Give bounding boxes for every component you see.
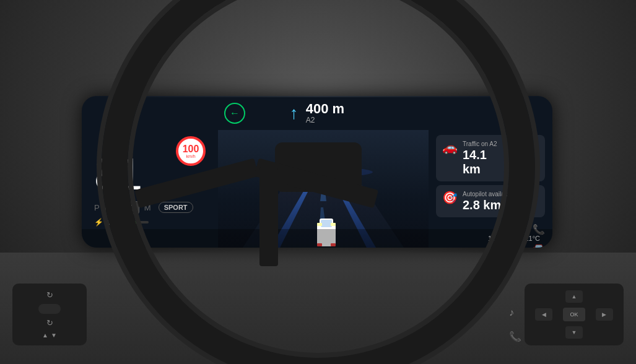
dpad-left[interactable]: ◀: [535, 308, 552, 321]
music-icon: ♪: [509, 307, 521, 318]
mode-p[interactable]: P: [94, 203, 100, 212]
up-arrow[interactable]: ▲: [42, 332, 48, 339]
left-ctrl-icon1[interactable]: ↻: [46, 290, 53, 300]
left-ctrl-icon2[interactable]: ↻: [46, 318, 53, 327]
temperature: 21°C: [525, 235, 540, 242]
right-icon-column: ♪ 📞: [509, 307, 521, 342]
dashboard: ↻ ↻ ▲ ▼ ▲ ◀ OK ▶ ▼ ♪ 📞: [0, 0, 636, 364]
dpad-down[interactable]: ▼: [565, 326, 583, 339]
left-controls-panel[interactable]: ↻ ↻ ▲ ▼: [12, 284, 87, 345]
down-arrow[interactable]: ▼: [51, 332, 57, 339]
phone-small-icon: 📞: [509, 331, 521, 342]
right-controls-panel[interactable]: ▲ ◀ OK ▶ ▼: [525, 284, 624, 345]
battery-icon: ⚡: [94, 218, 103, 227]
left-ctrl-nav: ▲ ▼: [42, 332, 57, 339]
dpad-right[interactable]: ▶: [596, 308, 613, 321]
spoke-left: [134, 158, 258, 209]
left-ctrl-rocker[interactable]: [38, 304, 61, 314]
spoke-bottom: [259, 167, 278, 266]
steering-wheel: [102, 0, 535, 364]
ok-button[interactable]: OK: [563, 308, 585, 321]
dpad-up[interactable]: ▲: [565, 290, 583, 303]
